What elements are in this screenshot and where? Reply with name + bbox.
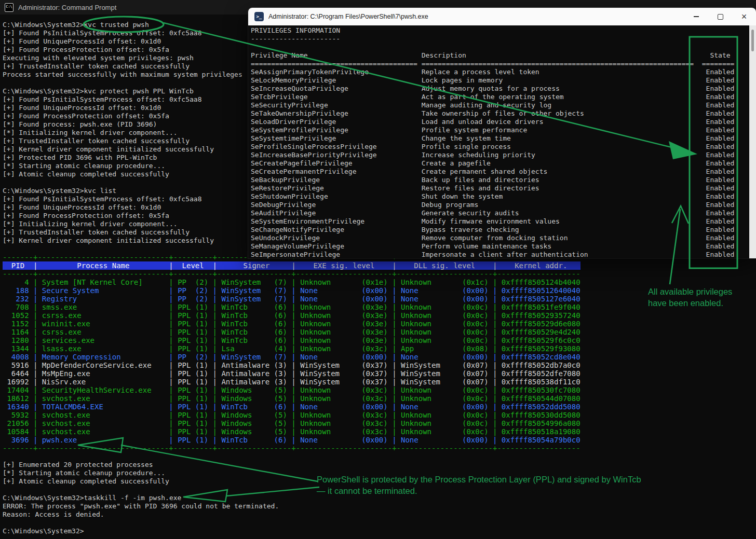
screenshot-stage: C:\ Administrator: Command Prompt C:\Win… xyxy=(0,0,756,539)
console-line: [*] Starting atomic cleanup procedure... xyxy=(3,469,279,477)
console-line: C:\Windows\System32>kvc protect pwsh PPL… xyxy=(3,87,242,95)
table-row: 3696 | pwsh.exe | PPL (1) | WinTcb (6) |… xyxy=(3,436,580,444)
minimize-button[interactable] xyxy=(684,8,708,25)
privilege-row: SeImpersonatePrivilege Impersonate a cli… xyxy=(251,251,749,258)
cmd-icon: C:\ xyxy=(5,3,14,12)
console-line: [+] TrustedInstaller token cached succes… xyxy=(3,228,242,237)
console-line xyxy=(3,486,279,494)
console-line: [+] Kernel driver component initialized … xyxy=(3,145,242,154)
table-row: 1280 | services.exe | PPL (1) | WinTcb (… xyxy=(3,336,580,344)
privilege-row: SeBackupPrivilege Back up files and dire… xyxy=(251,176,749,184)
privilege-row: SeManageVolumePrivilege Perform volume m… xyxy=(251,242,749,251)
privilege-row: SeUndockPrivilege Remove computer from d… xyxy=(251,234,749,242)
powershell-icon: >_ xyxy=(254,12,264,21)
console-line xyxy=(251,43,749,51)
table-row: 5916 | MpDefenderCoreService.exe | PPL (… xyxy=(3,361,580,369)
close-icon: × xyxy=(741,12,747,21)
table-row: 1344 | lsass.exe | PPL (1) | Lsa (4) | U… xyxy=(3,344,580,353)
console-line: [+] Found UniqueProcessId offset: 0x1d0 xyxy=(3,104,242,112)
privileges-note: All available privileges have been enabl… xyxy=(648,286,732,309)
process-table: -------+------------------------------+-… xyxy=(3,253,580,452)
console-line: [+] Found UniqueProcessId offset: 0x1d0 xyxy=(3,203,242,212)
privilege-row: SeTakeOwnershipPrivilege Take ownership … xyxy=(251,109,749,118)
console-line: C:\Windows\System32>kvc trusted pwsh xyxy=(3,21,242,29)
console-line: C:\Windows\System32>kvc list xyxy=(3,187,242,195)
ppl-note-line1: PowerShell is protected by the Process P… xyxy=(317,474,641,485)
cmd-console-output[interactable]: C:\Windows\System32>kvc trusted pwsh[+] … xyxy=(3,21,242,245)
cmd-console-bottom[interactable]: [+] Enumerated 20 protected processes[*]… xyxy=(3,461,279,535)
privilege-row: SeLoadDriverPrivilege Load and unload de… xyxy=(251,118,749,126)
privileges-column-headers: Privilege Name Description State xyxy=(251,51,749,60)
console-line xyxy=(3,519,279,527)
table-row: 5932 | svchost.exe | PPL (1) | Windows (… xyxy=(3,411,580,419)
pwsh-scrollbar[interactable] xyxy=(749,25,756,258)
table-header-row: PID | Process Name | Level | Signer | EX… xyxy=(3,261,580,270)
table-separator: -------+------------------------------+-… xyxy=(3,270,580,278)
privilege-row: SeIncreaseBasePriorityPrivilege Increase… xyxy=(251,151,749,159)
privilege-row: SeRestorePrivilege Restore files and dir… xyxy=(251,184,749,192)
console-line: [+] TrustedInstaller token cached succes… xyxy=(3,62,242,71)
privileges-heading-underline: ---------------------- xyxy=(251,35,749,43)
console-line: C:\Windows\System32>taskkill -f -im pwsh… xyxy=(3,494,279,502)
console-line xyxy=(3,178,242,187)
console-line: [+] Atomic cleanup completed successfull… xyxy=(3,477,279,486)
console-line: [*] Found process: pwsh.exe (PID 3696) xyxy=(3,120,242,129)
console-line: [+] TrustedInstaller token cached succes… xyxy=(3,137,242,145)
cmd-window-title: Administrator: Command Prompt xyxy=(18,4,116,11)
console-line: Reason: Access is denied. xyxy=(3,510,279,519)
privilege-row: SeChangeNotifyPrivilege Bypass traverse … xyxy=(251,226,749,234)
privilege-row: SeDebugPrivilege Debug programs Enabled xyxy=(251,201,749,209)
maximize-button[interactable] xyxy=(708,8,732,25)
table-row: 1052 | csrss.exe | PPL (1) | WinTcb (6) … xyxy=(3,311,580,320)
privilege-row: SeCreatePermanentPrivilege Create perman… xyxy=(251,168,749,176)
privilege-row: SeLockMemoryPrivilege Lock pages in memo… xyxy=(251,76,749,85)
privilege-row: SeShutdownPrivilege Shut down the system… xyxy=(251,192,749,201)
console-line xyxy=(3,79,242,87)
table-row: 16992 | NisSrv.exe | PPL (1) | Antimalwa… xyxy=(3,378,580,386)
privilege-row: SeProfileSingleProcessPrivilege Profile … xyxy=(251,143,749,151)
console-line: Process started successfully with maximu… xyxy=(3,71,242,79)
table-row: 16340 | TOTALCMD64.EXE | PPL (1) | WinTc… xyxy=(3,403,580,411)
privileges-heading: PRIVILEGES INFORMATION xyxy=(251,26,749,35)
privilege-row: SeAssignPrimaryTokenPrivilege Replace a … xyxy=(251,68,749,76)
ppl-note-line2: — it cannot be terminated. xyxy=(317,485,641,496)
pwsh-window-title: Administrator: C:\Program Files\PowerShe… xyxy=(268,13,428,20)
privilege-row: SeSystemEnvironmentPrivilege Modify firm… xyxy=(251,217,749,226)
table-row: 17404 | SecurityHealthService.exe | PPL … xyxy=(3,386,580,394)
console-line: [+] Found ProcessProtection offset: 0x5f… xyxy=(3,112,242,120)
console-line: ERROR: The process "pwsh.exe" with PID 3… xyxy=(3,502,279,510)
privilege-row: SeAuditPrivilege Generate security audit… xyxy=(251,209,749,217)
table-row: 188 | Secure System | PP (2) | WinSystem… xyxy=(3,286,580,295)
ppl-note: PowerShell is protected by the Process P… xyxy=(317,474,641,496)
table-row: 1152 | wininit.exe | PPL (1) | WinTcb (6… xyxy=(3,320,580,328)
privilege-row: SeIncreaseQuotaPrivilege Adjust memory q… xyxy=(251,85,749,93)
table-row: 232 | Registry | PP (2) | WinSystem (7) … xyxy=(3,295,580,303)
privileges-header-separator: ========================================… xyxy=(251,60,749,68)
console-line: C:\Windows\System32> xyxy=(3,527,279,535)
table-row: 4008 | Memory Compression | PP (2) | Win… xyxy=(3,353,580,361)
pwsh-window: >_ Administrator: C:\Program Files\Power… xyxy=(248,8,756,258)
pwsh-console-output[interactable]: PRIVILEGES INFORMATION------------------… xyxy=(248,25,749,258)
console-line: [+] Protected PID 3696 with PPL-WinTcb xyxy=(3,154,242,162)
console-line: [+] Atomic cleanup completed successfull… xyxy=(3,170,242,178)
table-row: 1164 | csrss.exe | PPL (1) | WinTcb (6) … xyxy=(3,328,580,336)
window-controls: × xyxy=(684,8,756,25)
console-line: [+] Enumerated 20 protected processes xyxy=(3,461,279,469)
console-line: [+] Found PsInitialSystemProcess offset:… xyxy=(3,195,242,203)
console-line: [*] Initializing kernel driver component… xyxy=(3,129,242,137)
privilege-row: SeCreatePagefilePrivilege Create a pagef… xyxy=(251,159,749,168)
console-line: [*] Initializing kernel driver component… xyxy=(3,220,242,228)
console-line: Executing with elevated system privilege… xyxy=(3,54,242,62)
close-button[interactable]: × xyxy=(732,8,756,25)
privileges-note-line1: All available privileges xyxy=(648,286,732,297)
pwsh-titlebar[interactable]: >_ Administrator: C:\Program Files\Power… xyxy=(248,8,756,25)
console-line: [+] Found PsInitialSystemProcess offset:… xyxy=(3,95,242,104)
privilege-row: SeTcbPrivilege Act as part of the operat… xyxy=(251,93,749,101)
table-separator: -------+------------------------------+-… xyxy=(3,444,580,452)
table-row: 18612 | svchost.exe | PPL (1) | Windows … xyxy=(3,394,580,403)
privilege-row: SeSecurityPrivilege Manage auditing and … xyxy=(251,101,749,109)
table-row: 4 | System [NT Kernel Core] | PP (2) | W… xyxy=(3,278,580,286)
console-line: [+] Found ProcessProtection offset: 0x5f… xyxy=(3,212,242,220)
minimize-icon xyxy=(694,16,699,17)
scrollbar-thumb[interactable] xyxy=(751,30,754,51)
